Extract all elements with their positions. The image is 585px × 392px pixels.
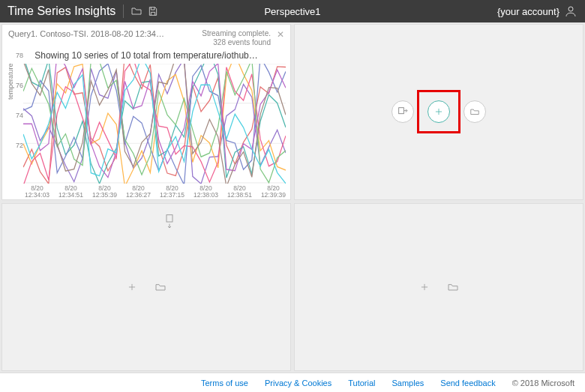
chart-area[interactable] (23, 64, 286, 184)
perspective-grid: Query1. Contoso-TSI. 2018-08-20 12:34 – … (0, 22, 585, 373)
open-folder-button[interactable] (153, 280, 168, 295)
footer-samples[interactable]: Samples (392, 379, 424, 388)
close-icon[interactable]: ✕ (277, 29, 284, 40)
panel-2 (294, 24, 584, 200)
divider (123, 4, 124, 18)
x-ticks: 8/2012:34:038/2012:34:518/2012:35:398/20… (25, 185, 286, 199)
open-icon[interactable] (128, 3, 145, 19)
panel-1: Query1. Contoso-TSI. 2018-08-20 12:34 – … (2, 24, 291, 200)
footer-feedback[interactable]: Send feedback (440, 379, 495, 388)
query-title[interactable]: Query1. Contoso-TSI. 2018-08-20 12:34 – … (8, 29, 166, 38)
svg-rect-5 (399, 108, 404, 114)
footer-terms[interactable]: Terms of use (201, 379, 248, 388)
svg-point-0 (568, 7, 573, 11)
panel-4 (294, 203, 584, 371)
save-icon[interactable] (145, 3, 161, 19)
clone-down-button[interactable] (164, 213, 176, 233)
highlight-annotation (417, 90, 460, 133)
footer-copyright: © 2018 Microsoft (512, 379, 574, 388)
panel-3 (2, 203, 291, 371)
add-button[interactable] (417, 280, 432, 295)
panel-1-header: Query1. Contoso-TSI. 2018-08-20 12:34 – … (2, 25, 290, 49)
user-icon (564, 4, 578, 18)
chart-title: Showing 10 series of 10 total from tempe… (2, 50, 290, 61)
query-status: Streaming complete. 328 events found (202, 29, 271, 47)
app-title: Time Series Insights (8, 4, 116, 18)
top-bar: Time Series Insights Perspective1 {your … (0, 0, 585, 22)
svg-rect-6 (166, 214, 172, 221)
account-label: {your account} (497, 6, 560, 17)
panel-3-actions (124, 280, 168, 295)
footer-tutorial[interactable]: Tutorial (348, 379, 375, 388)
account-menu[interactable]: {your account} (497, 4, 578, 18)
y-ticks: 78 76 74 72 (13, 52, 23, 149)
clone-right-button[interactable] (392, 100, 414, 123)
footer: Terms of use Privacy & Cookies Tutorial … (0, 373, 585, 392)
open-folder-button[interactable] (446, 280, 460, 295)
footer-privacy[interactable]: Privacy & Cookies (265, 379, 332, 388)
panel-2-actions (392, 100, 486, 123)
perspective-name[interactable]: Perspective1 (264, 6, 320, 17)
panel-4-actions (417, 280, 460, 295)
open-folder-button[interactable] (464, 100, 486, 123)
add-button[interactable] (124, 280, 140, 295)
